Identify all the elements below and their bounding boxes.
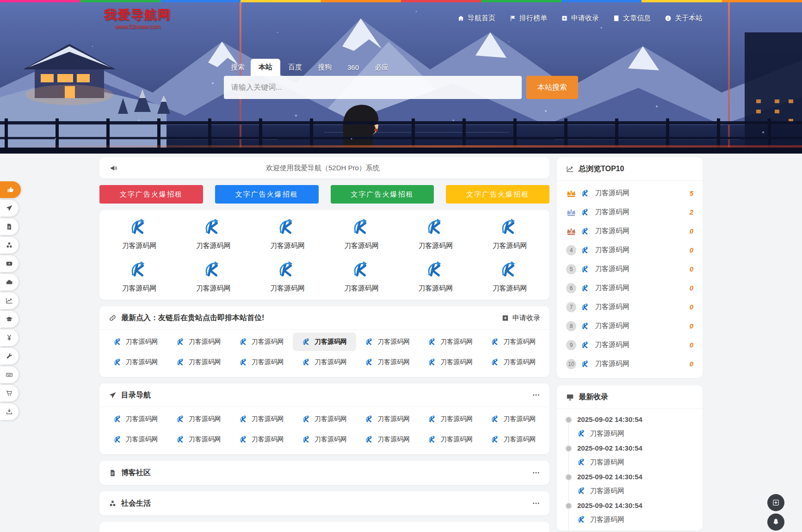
site-link[interactable]: 刀客源码网 [356,430,419,449]
nav-item[interactable]: 排行榜单 [509,14,547,23]
site-link[interactable]: 刀客源码网 [293,430,356,449]
search-button[interactable]: 本站搜索 [526,76,578,99]
dir-nav-card: 目录导航 刀客源码网 刀客源码网 刀客源码网 [99,384,549,454]
top10-row[interactable]: 10 刀客源码网 0 [557,354,703,373]
site-card[interactable]: 刀客源码网 [250,258,324,294]
dock-button[interactable] [0,181,21,198]
site-card[interactable]: 刀客源码网 [176,258,250,294]
site-link[interactable]: 刀客源码网 [167,353,230,371]
site-card[interactable]: 刀客源码网 [473,258,547,294]
search-engine-tab[interactable]: 360 [339,59,367,76]
site-link[interactable]: 刀客源码网 [419,333,482,351]
search-engine-tab[interactable]: 本站 [251,59,280,76]
search-engine-tab[interactable]: 必应 [367,59,396,76]
site-card[interactable]: 刀客源码网 [399,216,473,252]
site-card[interactable]: 刀客源码网 [176,216,250,252]
site-link[interactable]: 刀客源码网 [104,430,167,449]
site-card[interactable]: 刀客源码网 [325,216,399,252]
site-card[interactable]: 刀客源码网 [102,216,176,252]
ad-banner[interactable]: 文字广告火爆招租 [446,185,549,204]
site-link[interactable]: 刀客源码网 [482,353,545,371]
ad-banner[interactable]: 文字广告火爆招租 [331,185,434,204]
site-link[interactable]: 刀客源码网 [419,430,482,449]
dock-button[interactable] [0,237,19,254]
site-logo-icon [577,486,586,495]
nav-item[interactable]: 文章信息 [613,14,651,23]
dock-button[interactable] [0,329,19,346]
search-input[interactable] [224,76,522,99]
entry-site-link[interactable]: 刀客源码网 [577,514,695,525]
ellipsis-icon [532,391,540,399]
site-link[interactable]: 刀客源码网 [356,333,419,351]
site-card[interactable]: 刀客源码网 [250,216,324,252]
site-link[interactable]: 刀客源码网 [104,353,167,371]
floating-button[interactable] [767,494,784,511]
dock-button[interactable] [0,200,19,217]
site-link[interactable]: 刀客源码网 [167,430,230,449]
site-card[interactable]: 刀客源码网 [102,258,176,294]
dock-icon [6,390,13,397]
dock-button[interactable] [0,255,19,272]
entry-site-link[interactable]: 刀客源码网 [577,485,695,496]
top10-row[interactable]: 3 刀客源码网 0 [557,222,703,241]
site-card[interactable]: 刀客源码网 [473,216,547,252]
site-link-name: 刀客源码网 [440,415,473,423]
dock-icon [6,241,13,249]
site-link[interactable]: 刀客源码网 [104,410,167,428]
site-link[interactable]: 刀客源码网 [482,410,545,428]
site-link[interactable]: 刀客源码网 [293,353,356,371]
dock-button[interactable] [0,366,19,383]
top10-row[interactable]: 2 刀客源码网 2 [557,203,703,222]
site-link[interactable]: 刀客源码网 [230,333,293,351]
search-engine-tab[interactable]: 搜狗 [310,59,339,76]
ad-banner[interactable]: 文字广告火爆招租 [99,185,203,204]
top10-row[interactable]: 7 刀客源码网 0 [557,297,703,316]
dock-button[interactable] [0,311,19,328]
dock-button[interactable] [0,385,19,402]
site-link[interactable]: 刀客源码网 [230,353,293,371]
site-link[interactable]: 刀客源码网 [167,410,230,428]
top10-row[interactable]: 9 刀客源码网 0 [557,335,703,354]
apply-include-button[interactable]: 申请收录 [501,314,540,322]
site-link[interactable]: 刀客源码网 [419,353,482,371]
more-button[interactable] [532,469,540,477]
site-link[interactable]: 刀客源码网 [230,410,293,428]
top10-row[interactable]: 1 刀客源码网 5 [557,184,703,203]
top10-row[interactable]: 5 刀客源码网 0 [557,260,703,278]
timeline-entry: 2025-09-02 14:30:54 刀客源码网 [557,472,695,496]
site-logo-icon [491,337,500,346]
top10-row[interactable]: 8 刀客源码网 0 [557,316,703,335]
search-engine-tab[interactable]: 百度 [280,59,310,76]
site-link[interactable]: 刀客源码网 [482,430,545,449]
nav-item[interactable]: 导航首页 [457,14,495,23]
site-link[interactable]: 刀客源码网 [230,430,293,449]
site-link[interactable]: 刀客源码网 [356,353,419,371]
entry-site-link[interactable]: 刀客源码网 [577,457,695,468]
site-link[interactable]: 刀客源码网 [167,333,230,351]
site-link[interactable]: 刀客源码网 [293,333,356,351]
site-link[interactable]: 刀客源码网 [104,333,167,351]
site-link[interactable]: 刀客源码网 [356,410,419,428]
dock-button[interactable] [0,218,19,235]
floating-button[interactable] [767,513,784,531]
more-button[interactable] [532,499,540,507]
floating-button-icon [772,518,780,526]
dock-button[interactable] [0,292,19,309]
nav-item[interactable]: 申请收录 [561,14,599,23]
site-card[interactable]: 刀客源码网 [399,258,473,294]
more-button[interactable] [532,391,540,399]
top10-row[interactable]: 6 刀客源码网 0 [557,278,703,297]
site-link[interactable]: 刀客源码网 [482,333,545,351]
top10-row[interactable]: 4 刀客源码网 0 [557,241,703,260]
dock-button[interactable] [0,348,19,365]
dock-button[interactable] [0,274,19,291]
site-card[interactable]: 刀客源码网 [325,258,399,294]
site-link[interactable]: 刀客源码网 [419,410,482,428]
nav-item[interactable]: 关于本站 [665,14,703,23]
dock-button[interactable] [0,403,19,420]
ad-banner[interactable]: 文字广告火爆招租 [215,185,319,204]
site-link[interactable]: 刀客源码网 [293,410,356,428]
site-logo[interactable]: 我爱导航网 www.52waw.com [104,6,171,30]
search-engine-tabs: 搜索 本站百度搜狗360必应 [224,59,578,76]
entry-site-link[interactable]: 刀客源码网 [577,428,695,439]
